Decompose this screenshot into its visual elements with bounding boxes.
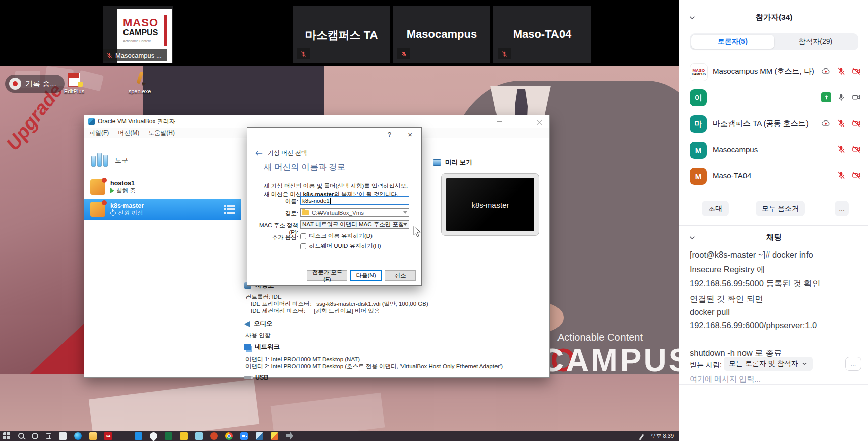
video-tile-1[interactable]: 마소캠퍼스 TA — [293, 6, 390, 63]
camera-icon[interactable] — [851, 93, 861, 102]
maximize-button[interactable] — [509, 115, 529, 128]
maps-pin-icon[interactable] — [148, 430, 159, 441]
camera-off-icon[interactable] — [851, 119, 861, 128]
send-to-dropdown[interactable]: 모든 토론자 및 참석자 — [724, 357, 813, 371]
back-arrow-icon[interactable] — [255, 150, 263, 156]
chat-message-input[interactable] — [689, 374, 857, 384]
mic-icon[interactable] — [837, 93, 846, 102]
photos-app-icon[interactable] — [135, 432, 142, 440]
menu-machine[interactable]: 머신(M) — [118, 129, 139, 137]
desktop-icon-spen[interactable]: spen.exe — [122, 72, 157, 94]
64bit-app-icon[interactable]: 64 — [104, 432, 112, 440]
mic-muted-icon[interactable] — [837, 145, 846, 154]
next-button[interactable]: 다음(N) — [350, 270, 382, 281]
participant-row[interactable]: 마 마소캠퍼스 TA (공동 호스트) — [679, 112, 868, 136]
file-explorer-icon[interactable] — [89, 432, 97, 440]
mic-muted-icon[interactable] — [837, 67, 846, 76]
powerpoint-icon[interactable] — [210, 432, 218, 440]
editplus-icon — [67, 72, 82, 87]
onenote-icon[interactable] — [195, 432, 203, 440]
chat-message: 192.168.56.99:6000/phpserver:1.0 — [690, 321, 861, 330]
vm-icon — [90, 179, 105, 195]
participant-row[interactable]: 이 — [679, 86, 868, 110]
minimize-button[interactable] — [489, 115, 509, 128]
screen-share-icon — [821, 92, 831, 102]
dialog-help-button[interactable]: ? — [388, 131, 391, 138]
chrome-icon[interactable] — [225, 432, 233, 440]
maximize-icon — [517, 119, 522, 124]
mic-muted-badge — [397, 48, 410, 59]
vm-row-hostos1[interactable]: hostos1 실행 중 — [84, 176, 241, 198]
checkbox[interactable] — [300, 233, 306, 239]
sticky-notes-icon[interactable] — [180, 432, 188, 440]
virtualbox-titlebar[interactable]: Oracle VM VirtualBox 관리자 — [84, 115, 549, 128]
excel-icon[interactable] — [165, 432, 172, 440]
avatar-maso-logo: MASO CAMPUS — [690, 63, 708, 81]
vm-path-combobox[interactable]: C:₩VirtualBox_Vms — [300, 208, 409, 217]
sidebar-tools[interactable]: 도구 — [84, 149, 241, 171]
mac-policy-label: MAC 주소 정책(P): — [250, 222, 298, 235]
desktop-icon-editplus[interactable]: EditPlus — [56, 72, 92, 94]
video-tile-masocampus-logo[interactable]: MASO CAMPUS Actionable Content Masocampu… — [103, 6, 173, 63]
camera-off-icon[interactable] — [851, 145, 861, 154]
logo-text-maso: MASO — [123, 16, 158, 29]
vm-name-value: k8s-node1 — [302, 198, 331, 204]
close-button[interactable] — [529, 115, 549, 128]
settings-gear-icon[interactable] — [119, 432, 127, 440]
optical-drive-link[interactable]: [광학 드라이브] 비어 있음 — [314, 308, 380, 314]
keep-disk-names-checkbox[interactable]: 디스크 이름 유지하기(D) — [300, 232, 373, 240]
camera-off-icon[interactable] — [851, 67, 861, 76]
zoom-side-panel: 참가자(34) 토론자(5) 참석자(29) MASO CAMPUS Masoc… — [679, 0, 868, 441]
dialog-close-button[interactable]: × — [408, 130, 412, 139]
mute-all-button[interactable]: 모두 음소거 — [756, 201, 805, 216]
edge-browser-icon[interactable] — [74, 432, 82, 440]
participants-more-button[interactable]: ... — [835, 201, 849, 216]
tab-attendees[interactable]: 참석자(29) — [774, 35, 857, 49]
storage-controller: 컨트롤러: IDE — [245, 293, 282, 301]
minimize-icon — [497, 121, 502, 122]
tab-panelists[interactable]: 토론자(5) — [691, 35, 774, 49]
cortana-icon[interactable] — [32, 433, 38, 439]
mac-policy-dropdown[interactable]: NAT 네트워크 어댑터 MAC 주소만 포함 — [300, 220, 409, 229]
video-tile-2[interactable]: Masocampus — [393, 6, 490, 63]
video-tile-3[interactable]: Maso-TA04 — [493, 6, 591, 63]
search-icon[interactable] — [18, 433, 24, 439]
menu-file[interactable]: 파일(F) — [89, 129, 109, 137]
virtualbox-taskbar-icon[interactable] — [256, 432, 263, 440]
mic-muted-icon[interactable] — [837, 119, 846, 128]
checkbox[interactable] — [300, 243, 306, 249]
dialog-breadcrumb: 가상 머신 선택 — [268, 149, 307, 157]
participant-row[interactable]: MASO CAMPUS Masocampus MM (호스트, 나) — [679, 59, 868, 84]
cancel-button[interactable]: 취소 — [385, 270, 416, 281]
participant-row[interactable]: M Maso-TA04 — [679, 164, 868, 188]
expert-mode-button[interactable]: 전문가 모드(E) — [307, 270, 347, 281]
task-view-icon[interactable] — [46, 433, 51, 439]
taskbar-clock-area[interactable]: 오후 8:39 — [640, 432, 679, 440]
running-icon — [110, 188, 114, 193]
disk-file-link[interactable]: ssg-k8s-master-disk1.vdi (일반, 100,00 GB) — [316, 301, 428, 307]
wallpaper-desk — [0, 374, 679, 431]
path-field-label: 경로: — [250, 210, 298, 217]
vm-row-k8s-master[interactable]: k8s-master 전원 꺼짐 — [84, 199, 241, 220]
camera-off-icon[interactable] — [851, 171, 861, 180]
editplus-taskbar-icon[interactable] — [271, 432, 278, 440]
preview-icon — [433, 159, 441, 166]
keep-hardware-uuid-checkbox[interactable]: 하드웨어 UUID 유지하기(H) — [300, 242, 381, 250]
participant-row[interactable]: M Masocampus — [679, 138, 868, 162]
zoom-app-icon[interactable] — [240, 432, 248, 440]
invite-button[interactable]: 초대 — [702, 201, 729, 216]
mic-muted-badge — [297, 48, 310, 59]
mic-muted-icon[interactable] — [837, 171, 846, 180]
recording-indicator[interactable]: 기록 중... — [5, 75, 65, 93]
audio-section-header: 오디오 — [244, 320, 273, 328]
store-icon[interactable] — [59, 432, 67, 440]
start-button-icon[interactable] — [3, 432, 11, 440]
vm-name-input[interactable]: k8s-node1 — [300, 196, 409, 205]
clone-vm-dialog: ? × 가상 머신 선택 새 머신의 이름과 경로 새 가상 머신의 이름 및 … — [247, 127, 422, 286]
menu-help[interactable]: 도움말(H) — [148, 129, 175, 137]
utility-taskbar-icon[interactable] — [286, 432, 293, 440]
vm-menu-icon[interactable] — [224, 205, 235, 214]
chat-more-button[interactable]: ... — [845, 357, 861, 371]
network-adapter-2: 어댑터 2: Intel PRO/1000 MT Desktop (호스트 전용… — [245, 363, 503, 370]
chat-title: 채팅 — [679, 232, 868, 243]
